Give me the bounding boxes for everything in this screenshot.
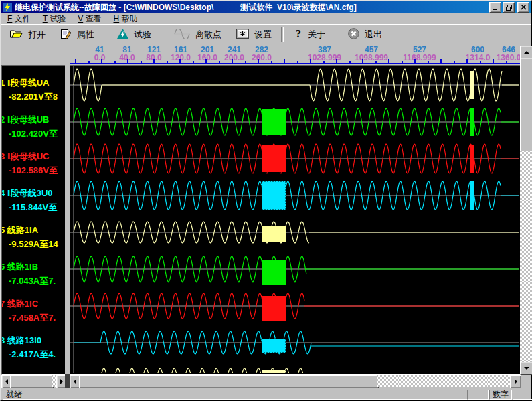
ruler-tick: [375, 61, 377, 63]
hscroll-main-thumb[interactable]: [79, 375, 379, 388]
status-panel-num: 数字: [489, 390, 512, 400]
channel-2-cursor-bar[interactable]: [470, 108, 474, 136]
about-icon: ?: [294, 28, 302, 42]
channel-6-selection-block[interactable]: [262, 260, 286, 285]
title-bar: 继电保护测试系统--故障回放 - [C:\WINDOWS\Desktop\ 测试…: [1, 1, 531, 13]
toolbar-button-settings[interactable]: 设置: [228, 27, 278, 43]
close-button[interactable]: [517, 2, 529, 13]
channel-9-waveform: [100, 368, 519, 373]
channel-1-range: -82.201V至8: [9, 91, 58, 103]
ruler-tick: [179, 59, 181, 63]
right-arrow-icon: [60, 379, 63, 384]
vertical-scrollbar[interactable]: [520, 46, 532, 374]
channel-4-name[interactable]: 4 Ⅰ段母线3U0: [1, 187, 53, 199]
vscroll-thumb[interactable]: [520, 58, 532, 153]
status-panel-2: [513, 390, 532, 400]
settings-icon: [236, 29, 249, 41]
toolbar-separator: [281, 27, 284, 42]
ruler-time-label: 1168.999: [403, 53, 436, 62]
label-panel-hscrollbar[interactable]: [1, 375, 65, 387]
ruler-time-label: 1098.999: [355, 53, 388, 62]
channel-8-name[interactable]: 8 线路13I0: [1, 335, 41, 347]
toolbar-button-discrete-points[interactable]: 离散点: [166, 27, 228, 44]
restore-icon: [506, 5, 512, 11]
channel-4-cursor-bar[interactable]: [470, 181, 474, 210]
scroll-down-button[interactable]: [520, 362, 532, 375]
test-bolt-icon: [117, 29, 128, 42]
toolbar-button-about[interactable]: ?关于: [286, 26, 332, 44]
hscroll-left-thumb[interactable]: [10, 375, 54, 388]
ruler-tick: [219, 61, 220, 63]
down-arrow-icon: [524, 367, 529, 370]
restore-button[interactable]: [503, 2, 515, 13]
app-icon[interactable]: [3, 3, 12, 12]
channel-7-name[interactable]: 7 线路1IC: [1, 298, 38, 310]
toolbar-button-exit[interactable]: 退出: [340, 26, 389, 44]
ruler-tick: [362, 59, 363, 63]
channel-3-name[interactable]: 3 Ⅰ段母线UC: [1, 151, 49, 163]
ruler-tick: [75, 59, 76, 63]
channel-4-range: -115.844V至: [9, 202, 57, 214]
hscroll-main-track[interactable]: [377, 375, 510, 387]
waveform-canvas: [70, 66, 519, 373]
vscroll-track[interactable]: [520, 151, 532, 362]
status-bar: 就绪 数字: [1, 388, 531, 400]
toolbar-separator: [335, 27, 337, 42]
close-icon: [521, 5, 527, 10]
open-folder-icon: [9, 29, 23, 41]
menu-item-f[interactable]: F 文件: [1, 13, 37, 25]
channel-8-range: -2.417A至4.: [9, 349, 56, 361]
channel-2-name[interactable]: 2 Ⅰ段母线UB: [1, 114, 49, 126]
channel-3-cursor-bar[interactable]: [470, 145, 474, 173]
channel-8-selection-block[interactable]: [262, 339, 286, 353]
scroll-right-button[interactable]: [510, 375, 521, 388]
ruler-tick: [466, 59, 468, 63]
discrete-points-icon: [174, 29, 190, 42]
waveform-hscrollbar[interactable]: [70, 375, 520, 387]
toolbar-button-test-bolt[interactable]: 试验: [109, 27, 158, 44]
time-ruler: 410.08140.012180.0161120.0201160.0241200…: [1, 44, 520, 65]
ruler-time-label: 0.0: [94, 53, 106, 62]
toolbar-separator: [104, 27, 106, 42]
ruler-tick: [297, 61, 298, 63]
ruler-tick: [428, 61, 429, 63]
status-message: 就绪: [3, 390, 468, 400]
ruler-tick: [88, 61, 90, 63]
ruler-tick: [402, 61, 403, 63]
channel-2-range: -102.420V至: [9, 128, 58, 140]
ruler-tick: [284, 59, 285, 63]
channel-7-range: -7.458A至7.: [9, 312, 56, 324]
toolbar: 打开属性试验离散点设置?关于退出: [1, 24, 531, 45]
channel-1-cursor-bar[interactable]: [470, 71, 474, 99]
ruler-tick: [323, 61, 325, 63]
waveform-panel[interactable]: [70, 65, 521, 375]
toolbar-button-properties[interactable]: 属性: [52, 27, 101, 44]
channel-6-name[interactable]: 6 线路1IB: [1, 261, 38, 273]
scroll-up-button[interactable]: [520, 46, 532, 59]
ruler-tick: [141, 61, 142, 63]
toolbar-button-label: 打开: [28, 29, 46, 41]
channel-3-selection-block[interactable]: [262, 145, 286, 172]
channel-2-selection-block[interactable]: [262, 109, 286, 135]
channel-5-selection-block[interactable]: [262, 226, 286, 242]
ruler-time-label: 160.0: [197, 53, 217, 62]
status-panel-1: [467, 390, 489, 400]
menu-item-v[interactable]: V 查看: [72, 13, 107, 25]
ruler-tick: [388, 59, 389, 63]
status-ready-text: 就绪: [6, 389, 22, 400]
ruler-time-label: 260.0: [252, 53, 272, 62]
channel-5-name[interactable]: 5 线路1IA: [1, 224, 38, 236]
channel-7-selection-block[interactable]: [262, 296, 286, 321]
svg-text:?: ?: [296, 28, 301, 39]
menu-item-h[interactable]: H 帮助: [108, 13, 144, 25]
ruler-tick: [245, 61, 246, 63]
ruler-tick: [414, 59, 416, 63]
channel-1-name[interactable]: 1 Ⅰ段母线UA: [1, 77, 49, 89]
menu-item-t[interactable]: T 试验: [37, 13, 72, 25]
channel-4-selection-block[interactable]: [262, 181, 286, 210]
toolbar-button-open-folder[interactable]: 打开: [1, 27, 52, 43]
ruler-tick: [193, 61, 194, 63]
toolbar-button-label: 关于: [308, 29, 325, 41]
channel-9-selection-block[interactable]: [262, 370, 286, 373]
minimize-button[interactable]: [489, 2, 501, 13]
